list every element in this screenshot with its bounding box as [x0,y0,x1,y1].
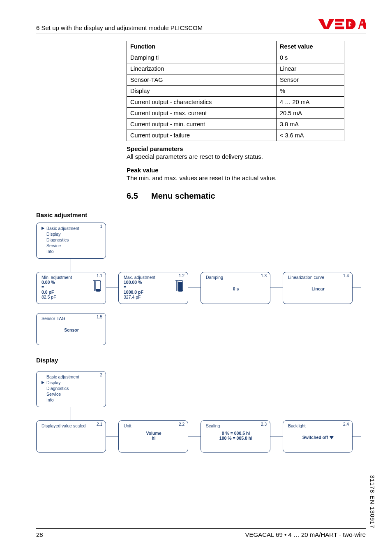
menu-item: Info [42,248,101,254]
svg-rect-14 [178,282,182,291]
menu-item: Service [42,391,101,397]
menu-item: Diagnostics [42,385,101,391]
footer-rule [36,528,366,529]
menu-item: Basic adjustment [42,374,101,380]
box-value: = [42,285,101,290]
table-cell: 4 … 20 mA [276,97,344,108]
svg-rect-2 [335,19,344,22]
table-row: LinearizationLinear [127,63,344,74]
max-adjustment-box: 1.2 Max. adjustment 100.00 % = 1000.0 pF… [118,272,188,304]
box-title: Displayed value scaled [42,423,101,428]
box-title: Linearization curve [288,275,348,280]
table-cell: < 3.6 mA [276,130,344,141]
display-label: Display [36,357,366,364]
svg-rect-5 [350,23,355,26]
chapter-number: 6.5 [127,191,141,201]
scaling-box: 2.3 Scaling 0 % = 000.5 hl 100 % = 005.0… [201,420,270,453]
menu-item: Display [42,380,101,385]
table-cell: Current output - max. current [127,108,277,119]
menu-item: Info [42,397,101,403]
header-rule [36,33,366,33]
box-number: 1.5 [97,315,102,319]
table-row: Damping ti0 s [127,52,344,63]
box-number: 2.4 [343,422,349,427]
svg-rect-3 [335,23,342,25]
table-row: Current output - characteristics4 … 20 m… [127,97,344,108]
box-value: 0.0 pF [42,290,101,295]
table-row: Current output - max. current20.5 mA [127,108,344,119]
table-cell: Current output - min. current [127,119,277,130]
table-row: Sensor-TAGSensor [127,74,344,86]
box-value: 100 % = 005.0 hl [206,436,266,441]
box-value: = [124,285,184,290]
product-footer: VEGACAL 69 • 4 … 20 mA/HART - two-wire [245,531,366,538]
damping-box: 1.3 Damping 0 s [201,272,270,304]
menu-box-basic: 1 Basic adjustmentDisplayDiagnosticsServ… [36,223,106,259]
table-cell: Damping ti [127,52,277,63]
menu-box-display: 2 Basic adjustmentDisplayDiagnosticsServ… [36,371,106,407]
box-title: Sensor-TAG [42,316,101,321]
chapter-title: Menu schematic [151,191,215,201]
svg-marker-6 [358,19,366,29]
menu-item: Diagnostics [42,237,101,243]
table-row: Current output - failure< 3.6 mA [127,130,344,141]
box-number: 1.4 [343,274,349,278]
svg-marker-1 [318,19,334,29]
box-value: 1000.0 pF [124,290,184,295]
peak-value-heading: Peak value [127,167,366,174]
chevron-down-icon [330,436,334,439]
table-cell: 0 s [276,52,344,63]
linearization-box: 1.4 Linearization curve Linear [283,272,353,304]
special-params-heading: Special parameters [127,145,366,152]
box-value: 0 % = 000.5 hl [206,431,266,436]
box-value: 100.00 % [124,280,184,285]
menu-item: Service [42,243,101,248]
box-value: 0.00 % [42,280,101,285]
table-cell: Current output - characteristics [127,97,277,108]
svg-rect-4 [335,27,344,30]
basic-adjustment-label: Basic adjustment [36,211,366,218]
min-adjustment-box: 1.1 Min. adjustment 0.00 % = 0.0 pF 82.5… [36,272,106,304]
table-row: Current output - min. current3.8 mA [127,119,344,130]
tank-high-icon [175,279,184,293]
box-title: Damping [206,275,266,280]
table-cell: Linear [276,63,344,74]
backlight-box: 2.4 Backlight Switched off [283,420,353,453]
box-number: 2.3 [261,422,267,427]
sensor-tag-box: 1.5 Sensor-TAG Sensor [36,313,106,345]
table-cell: Sensor-TAG [127,74,277,86]
box-title: Scaling [206,423,266,428]
box-value: Linear [288,286,348,291]
unit-box: 2.2 Unit Volume hl [118,420,188,453]
box-title: Backlight [288,423,348,428]
table-cell: 20.5 mA [276,108,344,119]
box-value: 82.5 pF [42,295,101,299]
peak-value-text: The min. and max. values are reset to th… [127,174,366,181]
svg-text:VEGA: VEGA [316,16,326,18]
box-title: Max. adjustment [124,275,184,280]
displayed-value-scaled-box: 2.1 Displayed value scaled [36,420,106,453]
vega-logo: VEGA [316,16,366,31]
special-params-text: All special parameters are reset to deli… [127,153,366,160]
table-header: Function [127,41,277,52]
box-title: Min. adjustment [42,275,101,280]
page-number: 28 [36,531,43,538]
menu-item: Basic adjustment [42,225,101,231]
box-value: hl [124,436,184,441]
box-value: Sensor [42,327,101,332]
table-cell: % [276,86,344,97]
box-value: Switched off [288,435,348,440]
table-row: Display% [127,86,344,97]
box-number: 2.2 [179,422,184,427]
table-cell: 3.8 mA [276,119,344,130]
box-value: 0 s [206,286,266,291]
svg-rect-10 [96,289,100,291]
box-number: 1.1 [97,274,102,278]
box-title: Unit [124,423,184,428]
tank-low-icon [93,279,102,293]
section-heading: 6 Set up with the display and adjustment… [36,24,203,31]
reset-value-table: Function Reset value Damping ti0 sLinear… [127,41,344,141]
box-number: 2.1 [97,422,102,427]
box-value: 327.4 pF [124,295,184,299]
menu-item: Display [42,231,101,237]
